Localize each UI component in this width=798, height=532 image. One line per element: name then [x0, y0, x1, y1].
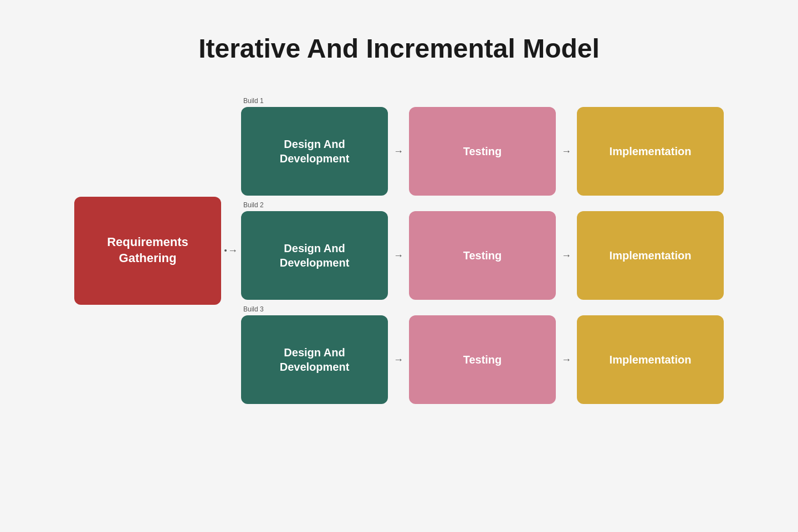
- testing-to-impl-arrow-3: →: [556, 354, 577, 366]
- design-to-testing-arrow-2: →: [388, 250, 409, 262]
- build-row-1: Build 1 Design And Development → Testing…: [241, 97, 724, 196]
- build-3-implementation-box: Implementation: [577, 315, 724, 404]
- build-2-testing-label: Testing: [463, 249, 502, 262]
- build-3-design-label: Design And Development: [252, 345, 377, 374]
- build-3-items: Design And Development → Testing → Imple…: [241, 315, 724, 404]
- build-2-implementation-box: Implementation: [577, 211, 724, 300]
- testing-to-impl-arrow-1: →: [556, 146, 577, 157]
- build-row-3: Build 3 Design And Development → Testing…: [241, 305, 724, 404]
- build-1-testing-box: Testing: [409, 107, 556, 196]
- req-to-builds-arrow: →: [221, 245, 241, 257]
- build-3-testing-box: Testing: [409, 315, 556, 404]
- arrow-icon: →: [228, 245, 238, 257]
- testing-to-impl-arrow-2: →: [556, 250, 577, 262]
- design-to-testing-arrow-3: →: [388, 354, 409, 366]
- build-2-items: Design And Development → Testing → Imple…: [241, 211, 724, 300]
- design-to-testing-arrow-1: →: [388, 146, 409, 157]
- dot-icon: [224, 249, 227, 252]
- build-1-label: Build 1: [241, 97, 724, 105]
- requirements-label: Requirements Gathering: [85, 234, 210, 266]
- build-row-2: Build 2 Design And Development → Testing…: [241, 201, 724, 300]
- build-3-label: Build 3: [241, 305, 724, 313]
- page-title: Iterative And Incremental Model: [198, 33, 600, 64]
- build-1-items: Design And Development → Testing → Imple…: [241, 107, 724, 196]
- build-2-design-box: Design And Development: [241, 211, 388, 300]
- requirements-box: Requirements Gathering: [74, 197, 221, 305]
- build-1-implementation-box: Implementation: [577, 107, 724, 196]
- build-1-implementation-label: Implementation: [610, 145, 692, 158]
- diagram-container: Requirements Gathering → Build 1 Design …: [74, 97, 724, 404]
- build-2-testing-box: Testing: [409, 211, 556, 300]
- build-3-testing-label: Testing: [463, 354, 502, 366]
- build-2-label: Build 2: [241, 201, 724, 209]
- build-1-design-label: Design And Development: [252, 137, 377, 166]
- build-2-implementation-label: Implementation: [610, 249, 692, 262]
- build-3-implementation-label: Implementation: [610, 354, 692, 366]
- build-2-design-label: Design And Development: [252, 241, 377, 270]
- build-1-testing-label: Testing: [463, 145, 502, 158]
- build-3-design-box: Design And Development: [241, 315, 388, 404]
- builds-column: Build 1 Design And Development → Testing…: [241, 97, 724, 404]
- build-1-design-box: Design And Development: [241, 107, 388, 196]
